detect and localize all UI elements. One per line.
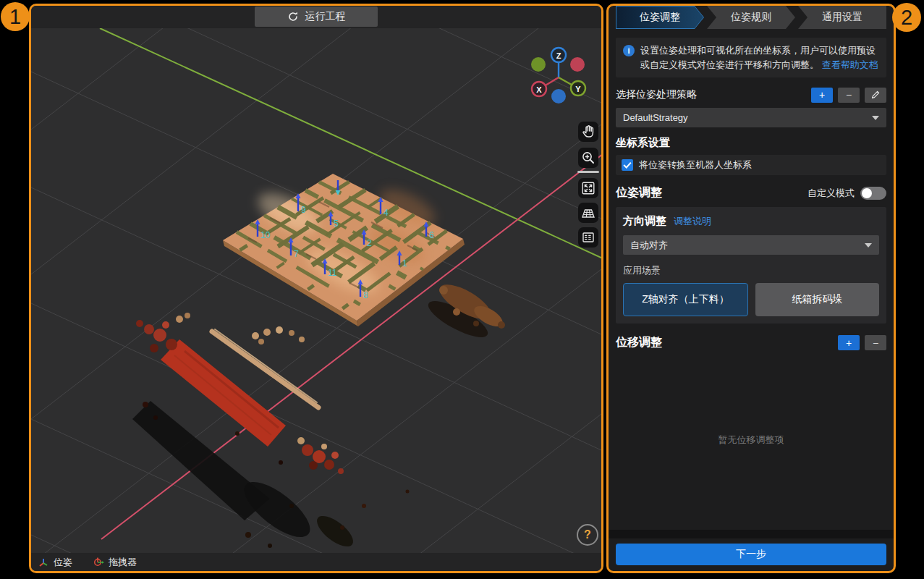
scene-option-carton-depal-button[interactable]: 纸箱拆码垛 — [755, 283, 879, 316]
pose-marker-label: 1 — [402, 258, 407, 269]
help-doc-link[interactable]: 查看帮助文档 — [822, 59, 878, 70]
pose-marker-label: 10 — [260, 230, 271, 240]
svg-text:Z: Z — [556, 51, 561, 60]
expand-icon — [580, 179, 597, 197]
pose-display-toggle[interactable]: 位姿 — [38, 556, 72, 569]
svg-text:Y: Y — [575, 85, 581, 93]
custom-mode-toggle[interactable] — [860, 187, 886, 200]
chevron-down-icon — [865, 243, 872, 248]
chevron-down-icon — [872, 116, 879, 120]
hand-icon — [580, 123, 597, 140]
zoom-in-icon — [580, 149, 597, 166]
translation-empty-state: 暂无位移调整项 — [616, 350, 886, 530]
gizmo-neg-z-ball — [551, 89, 566, 103]
application-scene-label: 应用场景 — [623, 264, 879, 277]
zoom-tool-button[interactable] — [578, 148, 598, 168]
help-button[interactable]: ? — [577, 524, 598, 546]
edit-strategy-button[interactable] — [865, 88, 886, 103]
list-icon — [580, 229, 597, 246]
strategy-label: 选择位姿处理策略 — [616, 88, 697, 101]
direction-adjust-panel: 方向调整 调整说明 自动对齐 应用场景 Z轴对齐（上下料） 纸箱拆码垛 — [616, 207, 886, 324]
custom-mode-label: 自定义模式 — [808, 187, 855, 200]
tab-general-settings[interactable]: 通用设置 — [798, 6, 886, 29]
pencil-icon — [870, 90, 881, 100]
gizmo-x-ball: X — [532, 82, 546, 96]
toolbar-divider — [577, 171, 599, 173]
pose-marker-label: 6 — [429, 230, 434, 240]
settings-panel: 位姿调整 位姿规则 通用设置 i 设置位姿处理和可视化所在的坐标系，用户可以使用… — [606, 4, 896, 573]
ground-grid-button[interactable] — [578, 203, 598, 223]
drag-gizmo-icon — [93, 557, 104, 568]
info-box: i 设置位姿处理和可视化所在的坐标系，用户可以使用预设或自定义模式对位姿进行平移… — [616, 38, 886, 77]
annotation-badge-1: 1 — [1, 2, 30, 31]
translation-header: 位移调整 — [616, 335, 662, 350]
screenshot-root: { "annotations": { "badge_1": "1", "badg… — [0, 0, 924, 579]
pose-marker-label: 7 — [294, 249, 299, 259]
adjust-help-link[interactable]: 调整说明 — [674, 215, 711, 228]
footer-divider — [609, 530, 894, 538]
pose-marker-label: 9 — [301, 205, 306, 215]
dragger-label: 拖拽器 — [109, 556, 137, 569]
next-step-button[interactable]: 下一步 — [616, 544, 886, 565]
tab-pose-rules[interactable]: 位姿规则 — [707, 6, 795, 29]
run-project-button[interactable]: 运行工程 — [255, 7, 378, 27]
add-translation-button[interactable]: + — [838, 335, 860, 350]
panel-footer: 下一步 — [609, 530, 894, 571]
remove-strategy-button[interactable]: − — [838, 88, 860, 103]
viewport-status-bar: 位姿 拖拽器 — [31, 553, 601, 571]
pose-marker-label: 5 — [334, 219, 339, 229]
direction-mode-dropdown[interactable]: 自动对齐 — [623, 235, 879, 255]
help-label: ? — [584, 528, 591, 541]
robot-coord-checkbox[interactable] — [622, 159, 633, 171]
pose-marker-label: 4 — [383, 208, 389, 218]
toggle-knob — [862, 188, 872, 198]
axis-triad-icon — [38, 557, 49, 568]
gizmo-neg-x-ball — [570, 57, 585, 72]
robot-coord-checkbox-label: 将位姿转换至机器人坐标系 — [639, 159, 752, 172]
refresh-icon — [287, 11, 299, 22]
list-view-button[interactable] — [578, 227, 598, 248]
strategy-dropdown[interactable]: DefaultStrategy — [616, 108, 886, 127]
strategy-dropdown-value: DefaultStrategy — [623, 112, 688, 123]
tab-pose-adjustment-label: 位姿调整 — [640, 11, 680, 24]
coordinate-checkbox-row: 将位姿转换至机器人坐标系 — [616, 155, 886, 175]
point-cloud-shadows — [132, 295, 492, 552]
direction-mode-value: 自动对齐 — [630, 239, 668, 252]
perspective-grid-icon — [580, 204, 597, 221]
gizmo-neg-y-ball — [531, 57, 546, 72]
pose-adjust-header-row: 位姿调整 自定义模式 — [616, 185, 886, 200]
gizmo-y-ball: Y — [571, 81, 585, 96]
view-gizmo[interactable]: Z X Y — [531, 48, 585, 103]
add-strategy-button[interactable]: + — [811, 88, 833, 103]
pose-adjust-header: 位姿调整 — [616, 185, 662, 200]
svg-text:X: X — [536, 85, 542, 94]
tab-pose-adjustment[interactable]: 位姿调整 — [616, 6, 704, 29]
coordinate-section-header: 坐标系设置 — [616, 136, 886, 150]
direction-header: 方向调整 — [623, 214, 666, 228]
pose-display-label: 位姿 — [54, 556, 72, 569]
scene-option-z-align-button[interactable]: Z轴对齐（上下料） — [623, 283, 748, 316]
viewport-panel: 945106271118 Z X Y — [29, 4, 603, 573]
annotation-badge-2: 2 — [892, 3, 921, 32]
pose-marker-label: 2 — [367, 238, 372, 248]
pan-tool-button[interactable] — [578, 122, 598, 142]
gizmo-z-ball: Z — [551, 48, 566, 62]
scene-canvas[interactable]: 945106271118 Z X Y — [31, 28, 601, 554]
info-icon: i — [623, 45, 635, 56]
run-project-label: 运行工程 — [305, 10, 346, 23]
viewport-top-bar: 运行工程 — [31, 6, 601, 28]
translation-header-row: 位移调整 + − — [616, 335, 886, 350]
pose-marker-label: 8 — [363, 290, 368, 300]
pose-marker-label: 11 — [328, 268, 337, 278]
tab-general-settings-label: 通用设置 — [822, 11, 862, 24]
remove-translation-button[interactable]: − — [865, 335, 886, 350]
tab-pose-rules-label: 位姿规则 — [731, 11, 771, 24]
fit-view-button[interactable] — [578, 178, 598, 198]
step-tabs: 位姿调整 位姿规则 通用设置 — [616, 6, 886, 29]
dragger-toggle[interactable]: 拖拽器 — [93, 556, 137, 569]
pallet-point-cloud — [223, 174, 465, 326]
strategy-header-row: 选择位姿处理策略 + − — [616, 87, 886, 103]
